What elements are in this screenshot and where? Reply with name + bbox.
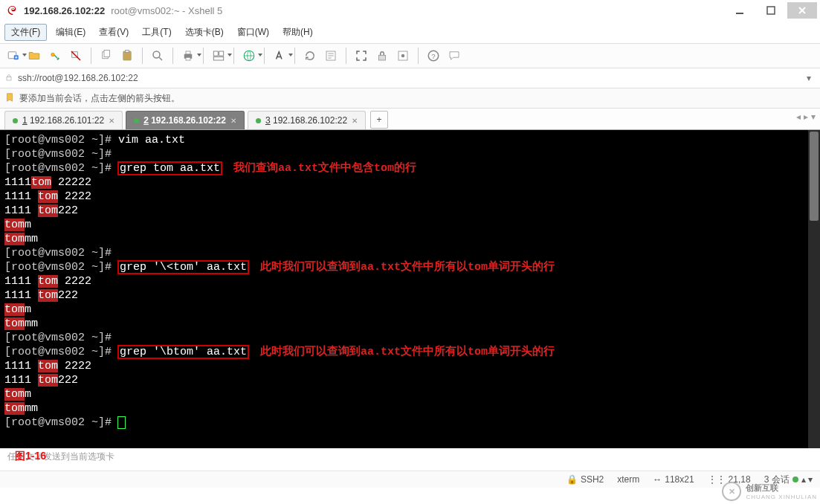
terminal-output-line: 1111 tom 2222 bbox=[4, 274, 816, 288]
terminal-output-line: tomm bbox=[4, 303, 816, 317]
svg-rect-24 bbox=[7, 77, 11, 80]
maximize-button[interactable] bbox=[756, 2, 786, 19]
status-proto: 🔒SSH2 bbox=[566, 474, 604, 485]
svg-rect-14 bbox=[213, 51, 218, 56]
svg-rect-0 bbox=[736, 13, 743, 14]
watermark: ✕ 创新互联 CHUANG XINHULIAN bbox=[722, 482, 817, 501]
open-icon[interactable] bbox=[25, 47, 43, 65]
bookmark-icon[interactable] bbox=[4, 92, 15, 105]
terminal-cursor bbox=[118, 417, 125, 428]
lock-small-icon bbox=[4, 73, 13, 84]
lock-icon[interactable] bbox=[373, 47, 391, 65]
status-dot-icon bbox=[13, 118, 18, 123]
svg-rect-15 bbox=[219, 51, 224, 56]
svg-rect-13 bbox=[186, 57, 190, 60]
title-host: 192.168.26.102:22 bbox=[24, 5, 105, 16]
menu-help[interactable]: 帮助(H) bbox=[278, 25, 317, 40]
terminal-output-line: tommm bbox=[4, 317, 816, 331]
tab-3[interactable]: 3 192.168.26.102:22 ✕ bbox=[248, 111, 366, 129]
svg-text:?: ? bbox=[431, 52, 436, 60]
terminal-output-line: tomm bbox=[4, 387, 816, 401]
svg-rect-12 bbox=[186, 51, 190, 54]
terminal-line: [root@vms002 ~]# bbox=[4, 331, 816, 345]
app-icon bbox=[6, 4, 18, 16]
menu-view[interactable]: 查看(V) bbox=[94, 25, 133, 40]
menu-window[interactable]: 窗口(W) bbox=[233, 25, 274, 40]
tab-next-icon[interactable]: ▸ bbox=[804, 112, 808, 122]
close-tab-icon[interactable]: ✕ bbox=[352, 117, 358, 125]
svg-rect-1 bbox=[767, 7, 775, 14]
menu-file[interactable]: 文件(F) bbox=[4, 24, 47, 41]
title-bar: 192.168.26.102:22 root@vms002:~ - Xshell… bbox=[0, 0, 820, 21]
status-dot-icon bbox=[256, 118, 261, 123]
menu-tab[interactable]: 选项卡(B) bbox=[181, 25, 228, 40]
add-tab-button[interactable]: + bbox=[370, 111, 388, 129]
terminal-output-line: 1111 tom 2222 bbox=[4, 190, 816, 204]
address-text[interactable]: ssh://root@192.168.26.102:22 bbox=[18, 73, 798, 83]
fullscreen-icon[interactable] bbox=[352, 47, 370, 65]
terminal-output-line: tommm bbox=[4, 401, 816, 416]
tab-list-icon[interactable]: ▾ bbox=[811, 112, 816, 122]
hint-bar: 要添加当前会话，点击左侧的箭头按钮。 bbox=[0, 88, 820, 109]
chat-icon[interactable] bbox=[445, 47, 463, 65]
svg-rect-9 bbox=[126, 51, 129, 53]
close-tab-icon[interactable]: ✕ bbox=[109, 117, 114, 125]
terminal-line: [root@vms002 ~]# bbox=[4, 416, 816, 430]
refresh-icon[interactable] bbox=[301, 47, 319, 65]
terminal-output-line: 1111 tom222 bbox=[4, 204, 816, 218]
terminal-output-line: 1111 tom 2222 bbox=[4, 359, 816, 373]
font-icon[interactable] bbox=[271, 47, 288, 65]
minimize-button[interactable] bbox=[725, 2, 755, 19]
tool-bar: ? bbox=[0, 44, 820, 68]
terminal-output-line: 1111 tom222 bbox=[4, 373, 816, 387]
terminal-line: [root@vms002 ~]# bbox=[4, 147, 816, 161]
svg-point-10 bbox=[153, 51, 160, 58]
new-session-icon[interactable] bbox=[4, 47, 22, 65]
terminal-line: [root@vms002 ~]# bbox=[4, 246, 816, 260]
disconnect-icon[interactable] bbox=[67, 47, 85, 65]
terminal-area[interactable]: [root@vms002 ~]# vim aa.txt[root@vms002 … bbox=[0, 130, 820, 448]
close-button[interactable] bbox=[787, 2, 817, 19]
search-icon[interactable] bbox=[149, 47, 167, 65]
address-bar: ssh://root@192.168.26.102:22 ▾ bbox=[0, 68, 820, 88]
menu-tools[interactable]: 工具(T) bbox=[138, 25, 175, 40]
svg-rect-19 bbox=[379, 55, 386, 60]
status-termtype: xterm bbox=[617, 474, 639, 485]
tab-prev-icon[interactable]: ◂ bbox=[796, 112, 801, 122]
terminal-line: [root@vms002 ~]# grep '\<tom' aa.txt此时我们… bbox=[4, 260, 816, 274]
copy-icon[interactable] bbox=[97, 47, 115, 65]
menu-edit[interactable]: 编辑(E) bbox=[51, 25, 90, 40]
print-icon[interactable] bbox=[179, 47, 197, 65]
addr-dropdown-icon[interactable]: ▾ bbox=[802, 73, 816, 83]
watermark-logo-icon: ✕ bbox=[722, 482, 741, 501]
hint-text: 要添加当前会话，点击左侧的箭头按钮。 bbox=[19, 92, 180, 105]
tab-2[interactable]: 2 192.168.26.102:22 ✕ bbox=[126, 111, 245, 129]
layout-icon[interactable] bbox=[210, 47, 227, 65]
connect-icon[interactable] bbox=[46, 47, 64, 65]
status-size: ↔118x21 bbox=[653, 474, 694, 485]
menu-bar: 文件(F) 编辑(E) 查看(V) 工具(T) 选项卡(B) 窗口(W) 帮助(… bbox=[0, 21, 820, 44]
figure-label: 图1-16 bbox=[15, 450, 46, 463]
terminal-output-line: tommm bbox=[4, 232, 816, 246]
svg-rect-16 bbox=[213, 57, 224, 61]
help-icon[interactable]: ? bbox=[424, 47, 442, 65]
terminal-line: [root@vms002 ~]# vim aa.txt bbox=[4, 133, 816, 147]
terminal-line: [root@vms002 ~]# grep '\btom' aa.txt此时我们… bbox=[4, 345, 816, 359]
status-bar: 🔒SSH2 xterm ↔118x21 ⋮⋮21,18 3 会话 ▴ ▾ bbox=[0, 471, 820, 488]
terminal-line: [root@vms002 ~]# grep tom aa.txt我们查询aa.t… bbox=[4, 161, 816, 175]
status-dot-icon bbox=[134, 118, 139, 123]
terminal-output-line: 1111tom 22222 bbox=[4, 175, 816, 190]
tab-1[interactable]: 1 192.168.26.101:22 ✕ bbox=[4, 111, 123, 129]
lang-icon[interactable] bbox=[240, 47, 258, 65]
svg-rect-7 bbox=[104, 51, 110, 57]
svg-point-21 bbox=[401, 54, 405, 58]
scrollbar-thumb[interactable] bbox=[810, 132, 819, 221]
script-icon[interactable] bbox=[322, 47, 340, 65]
settings-icon[interactable] bbox=[394, 47, 412, 65]
scrollbar[interactable] bbox=[808, 130, 820, 448]
terminal-output-line: 1111 tom222 bbox=[4, 288, 816, 303]
svg-point-4 bbox=[51, 53, 55, 56]
close-tab-icon[interactable]: ✕ bbox=[230, 117, 236, 125]
paste-icon[interactable] bbox=[118, 47, 136, 65]
title-sub: root@vms002:~ - Xshell 5 bbox=[111, 5, 222, 16]
